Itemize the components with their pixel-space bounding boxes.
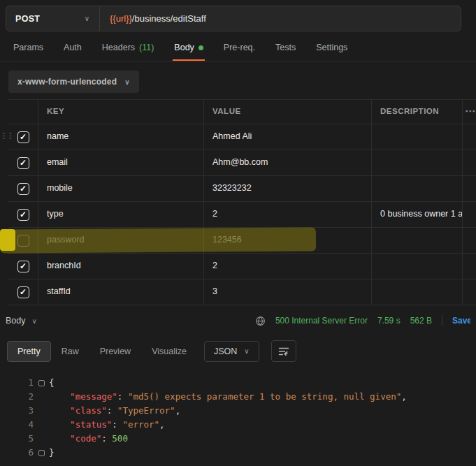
request-url-bar: POST ∨ {{url}}/business/editStaff — [6, 6, 461, 31]
url-variable: {{url}} — [110, 13, 132, 24]
code-line: 1{ — [0, 376, 476, 390]
response-time[interactable]: 7.59 s — [377, 316, 401, 326]
url-path: /business/editStaff — [132, 13, 206, 24]
value-cell[interactable]: Ahm@bb.com — [203, 150, 371, 175]
tab-body[interactable]: Body — [173, 36, 205, 61]
tab-headers[interactable]: Headers(11) — [101, 36, 156, 61]
fold-toggle — [34, 404, 49, 418]
row-checkbox[interactable]: ✓ — [17, 183, 29, 195]
row-checkbox[interactable]: ✓ — [17, 286, 29, 298]
table-row-mobile: ✓mobile32323232 — [8, 176, 476, 202]
row-menu-cell — [462, 176, 476, 201]
tab-label: Auth — [64, 43, 82, 52]
checkbox-cell — [8, 228, 38, 253]
fold-toggle[interactable] — [34, 376, 49, 390]
key-cell[interactable]: type — [38, 202, 203, 227]
table-more-menu-icon[interactable]: ⋯ — [462, 100, 476, 124]
description-cell[interactable] — [371, 176, 462, 201]
wrap-lines-button[interactable] — [271, 340, 296, 362]
row-checkbox[interactable] — [17, 235, 29, 247]
key-cell[interactable]: password — [38, 228, 203, 253]
chevron-down-icon: ∨ — [124, 78, 130, 86]
line-number: 3 — [0, 404, 34, 418]
value-cell[interactable]: 32323232 — [203, 176, 371, 201]
body-type-selector[interactable]: x-www-form-urlencoded ∨ — [8, 71, 139, 93]
tab-auth[interactable]: Auth — [62, 36, 83, 61]
description-cell[interactable] — [371, 228, 462, 253]
table-header-row: KEY VALUE DESCRIPTION ⋯ — [8, 99, 476, 124]
chevron-down-icon: ∨ — [244, 347, 249, 355]
key-cell[interactable]: mobile — [38, 176, 203, 201]
row-checkbox[interactable]: ✓ — [17, 261, 29, 272]
code-line: 5 "code": 500 — [0, 432, 476, 446]
save-response-button[interactable]: Save Response — [452, 316, 470, 326]
response-body-json: 1{2 "message": "md5() expects parameter … — [0, 376, 476, 460]
body-type-label: x-www-form-urlencoded — [17, 77, 117, 87]
row-menu-cell — [462, 279, 476, 305]
tab-label: Body — [174, 43, 194, 52]
drag-handle-icon[interactable]: ⋮⋮ — [0, 131, 8, 140]
checkbox-cell: ✓ — [8, 279, 38, 305]
key-cell[interactable]: email — [38, 150, 203, 175]
code-text: "message": "md5() expects parameter 1 to… — [49, 390, 407, 404]
row-menu-cell — [462, 254, 476, 279]
response-language-label: JSON — [214, 347, 237, 356]
tab-params[interactable]: Params — [12, 36, 45, 61]
description-cell[interactable] — [371, 279, 462, 305]
key-cell[interactable]: name — [38, 124, 203, 150]
description-cell[interactable] — [371, 150, 462, 175]
row-checkbox[interactable]: ✓ — [17, 131, 29, 143]
code-text: "status": "error", — [49, 418, 165, 432]
chevron-down-icon: ∨ — [32, 317, 37, 325]
table-row-name: ✓nameAhmed Ali — [8, 124, 476, 150]
value-cell[interactable]: 3 — [203, 279, 371, 305]
code-text: "code": 500 — [49, 432, 128, 446]
tab-settings[interactable]: Settings — [315, 36, 349, 61]
fold-toggle[interactable] — [34, 446, 49, 460]
line-number: 1 — [0, 376, 34, 390]
response-tabs-bar: PrettyRawPreviewVisualize JSON ∨ — [0, 333, 476, 367]
response-body-label: Body — [6, 316, 26, 326]
key-cell[interactable]: branchId — [38, 254, 203, 279]
method-label: POST — [15, 14, 40, 24]
row-checkbox[interactable]: ✓ — [17, 157, 29, 169]
fold-toggle — [34, 432, 49, 446]
fold-toggle — [34, 418, 49, 432]
table-row-password: password123456 — [8, 228, 476, 254]
response-size[interactable]: 562 B — [410, 316, 432, 326]
description-cell[interactable]: 0 business owner 1 ad — [371, 202, 462, 227]
code-text: } — [49, 446, 55, 460]
response-body-dropdown[interactable]: Body ∨ — [6, 316, 37, 326]
line-number: 4 — [0, 418, 34, 432]
url-input[interactable]: {{url}}/business/editStaff — [100, 6, 461, 31]
tab-count: (11) — [139, 43, 154, 52]
value-cell[interactable]: Ahmed Ali — [203, 124, 371, 150]
description-cell[interactable] — [371, 254, 462, 279]
checkbox-cell: ✓ — [8, 254, 38, 279]
value-cell[interactable]: 2 — [203, 202, 371, 227]
description-cell[interactable] — [371, 124, 462, 150]
tab-pre-req[interactable]: Pre-req. — [222, 36, 257, 61]
row-checkbox[interactable]: ✓ — [17, 209, 29, 221]
method-selector[interactable]: POST ∨ — [6, 6, 100, 31]
response-tab-visualize[interactable]: Visualize — [141, 341, 197, 362]
table-row-email: ✓emailAhm@bb.com — [8, 150, 476, 176]
key-cell[interactable]: staffId — [38, 279, 203, 305]
response-tab-preview[interactable]: Preview — [89, 341, 141, 362]
table-row-type: ✓type20 business owner 1 ad — [8, 202, 476, 228]
request-tabs: ParamsAuthHeaders(11)BodyPre-req.TestsSe… — [0, 36, 476, 61]
value-cell[interactable]: 2 — [203, 254, 371, 279]
response-language-dropdown[interactable]: JSON ∨ — [204, 341, 259, 362]
tab-tests[interactable]: Tests — [274, 36, 297, 61]
response-tab-raw[interactable]: Raw — [51, 341, 89, 362]
table-row-branchId: ✓branchId2 — [8, 254, 476, 279]
header-key: KEY — [38, 100, 203, 124]
row-menu-cell — [462, 228, 476, 253]
line-number: 2 — [0, 390, 34, 404]
tab-label: Tests — [275, 43, 296, 52]
status-badge[interactable]: 500 Internal Server Error — [275, 316, 368, 326]
response-tab-pretty[interactable]: Pretty — [7, 341, 51, 362]
value-cell[interactable]: 123456 — [203, 228, 371, 253]
checkbox-cell: ✓ — [8, 150, 38, 175]
header-description: DESCRIPTION — [371, 100, 462, 124]
